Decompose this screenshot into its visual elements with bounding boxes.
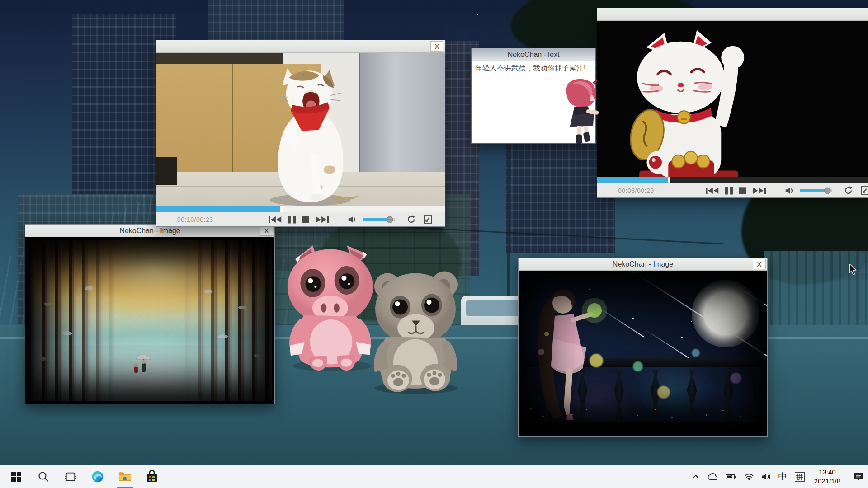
volume-knob[interactable] — [387, 216, 393, 223]
stop-button[interactable] — [739, 186, 746, 196]
yawning-cat — [247, 60, 373, 206]
mouse-cursor — [848, 264, 858, 277]
previous-button[interactable] — [269, 215, 282, 225]
neko-text-title: NekoChan -Text — [508, 51, 560, 59]
taskbar: 中 拼 13:40 2021/1/8 — [0, 465, 868, 488]
seek-playhead[interactable] — [668, 177, 670, 183]
loop-button[interactable] — [407, 215, 415, 225]
system-tray: 中 拼 13:40 2021/1/8 — [692, 465, 868, 488]
pause-button[interactable] — [725, 186, 733, 196]
winter-scene — [28, 240, 272, 401]
edge-icon[interactable] — [84, 465, 111, 488]
hidden-icons-chevron[interactable] — [692, 474, 699, 479]
volume-slider[interactable] — [800, 189, 832, 192]
maneki-neko-figurine — [613, 24, 762, 177]
ime-mode-indicator[interactable]: 中 — [778, 471, 787, 483]
volume-fill — [800, 189, 827, 192]
chibi-dancer-mascot[interactable] — [561, 76, 600, 150]
time-display: 00:10/00:23 — [177, 216, 245, 223]
next-button[interactable] — [315, 215, 329, 225]
ime-pinyin-indicator[interactable]: 拼 — [795, 472, 805, 482]
image-window-right: NekoChan - Image X — [518, 258, 768, 437]
seek-bar-fill — [156, 206, 280, 212]
stop-button[interactable] — [302, 215, 309, 225]
volume-knob[interactable] — [824, 187, 831, 194]
volume-icon[interactable] — [785, 186, 795, 196]
fullscreen-button[interactable] — [861, 186, 868, 196]
clock-date: 2021/1/8 — [814, 477, 840, 486]
onedrive-icon[interactable] — [707, 473, 718, 480]
scene-object — [156, 157, 177, 185]
teddy-bear-mascot[interactable] — [359, 264, 472, 399]
close-icon[interactable]: X — [430, 41, 443, 52]
file-explorer-icon[interactable] — [111, 465, 138, 488]
night-scene — [521, 273, 764, 434]
previous-button[interactable] — [706, 186, 719, 196]
fullscreen-button[interactable] — [424, 215, 432, 225]
lucky-player-titlebar[interactable] — [597, 8, 868, 21]
action-center-icon[interactable] — [854, 472, 863, 481]
seek-bar[interactable] — [597, 177, 868, 183]
video-player-lucky-cat: 00:08/00:29 — [597, 8, 868, 198]
taskbar-clock[interactable]: 13:40 2021/1/8 — [812, 468, 842, 486]
neko-text-message: 年轻人不讲武德，我劝你耗子尾汁! — [475, 64, 593, 73]
time-display: 00:08/00:29 — [618, 187, 682, 194]
lucky-cat-video-frame — [597, 21, 868, 177]
image-window-right-title: NekoChan - Image — [613, 260, 673, 268]
volume-fill — [363, 218, 390, 221]
loop-button[interactable] — [844, 186, 853, 196]
seek-bar-fill — [597, 177, 668, 183]
volume-slider[interactable] — [363, 218, 395, 221]
next-button[interactable] — [752, 186, 766, 196]
seek-bar[interactable] — [156, 206, 445, 212]
image-window-left-title: NekoChan - Image — [119, 227, 180, 235]
night-sky-image — [519, 271, 767, 436]
close-icon[interactable]: X — [753, 259, 766, 269]
player-controls: 00:08/00:29 — [597, 183, 868, 197]
image-window-right-titlebar[interactable]: NekoChan - Image X — [519, 258, 767, 271]
search-icon[interactable] — [30, 465, 57, 488]
cat-player-titlebar[interactable]: X — [156, 40, 445, 53]
winter-forest-image — [25, 237, 274, 404]
task-view-button[interactable] — [57, 465, 84, 488]
close-icon[interactable]: X — [260, 225, 273, 236]
image-window-left: NekoChan - Image X — [25, 224, 275, 404]
speaker-icon[interactable] — [762, 473, 771, 480]
clock-time: 13:40 — [814, 468, 840, 477]
start-button[interactable] — [3, 465, 30, 488]
seek-playhead[interactable] — [280, 206, 283, 212]
neko-text-titlebar[interactable]: NekoChan -Text — [472, 48, 595, 61]
desktop: NekoChan - Image X — [0, 0, 868, 488]
player-controls: 00:10/00:23 — [156, 212, 445, 226]
cat-video-scene — [156, 53, 445, 206]
battery-icon[interactable] — [726, 474, 736, 480]
image-vignette — [521, 273, 764, 434]
store-icon[interactable] — [138, 465, 165, 488]
volume-icon[interactable] — [348, 215, 358, 225]
pause-button[interactable] — [288, 215, 296, 225]
video-player-cat: X — [156, 40, 445, 227]
image-vignette — [28, 240, 272, 401]
wifi-icon[interactable] — [744, 473, 754, 480]
cat-video-frame — [156, 53, 445, 206]
